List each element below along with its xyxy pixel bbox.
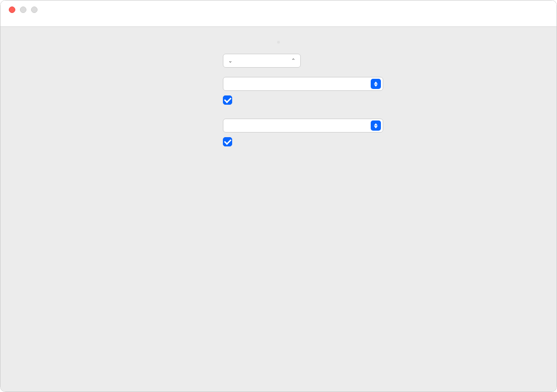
traffic-lights xyxy=(0,6,38,13)
preferences-window: ⌄ ⌃ xyxy=(0,0,557,392)
dropdown-arrows-icon xyxy=(371,79,381,89)
undo-steps-stepper[interactable]: ⌄ ⌃ xyxy=(223,54,301,68)
sub-tabs xyxy=(277,41,280,44)
editing-panel: ⌄ ⌃ xyxy=(19,54,538,146)
dropdown-arrows-icon xyxy=(371,120,381,131)
piano-roll-checkbox[interactable] xyxy=(223,137,232,146)
titlebar xyxy=(0,0,557,19)
minimize-window-button[interactable] xyxy=(20,6,26,13)
double-click-dropdown[interactable] xyxy=(223,119,383,133)
trackpad-checkbox[interactable] xyxy=(223,95,232,105)
preferences-toolbar xyxy=(0,19,557,27)
stepper-increment[interactable]: ⌃ xyxy=(289,57,297,64)
preferences-body: ⌄ ⌃ xyxy=(0,27,557,392)
right-mouse-dropdown[interactable] xyxy=(223,77,383,91)
close-window-button[interactable] xyxy=(9,6,15,13)
stepper-decrement[interactable]: ⌄ xyxy=(226,57,234,64)
zoom-window-button[interactable] xyxy=(31,6,38,13)
